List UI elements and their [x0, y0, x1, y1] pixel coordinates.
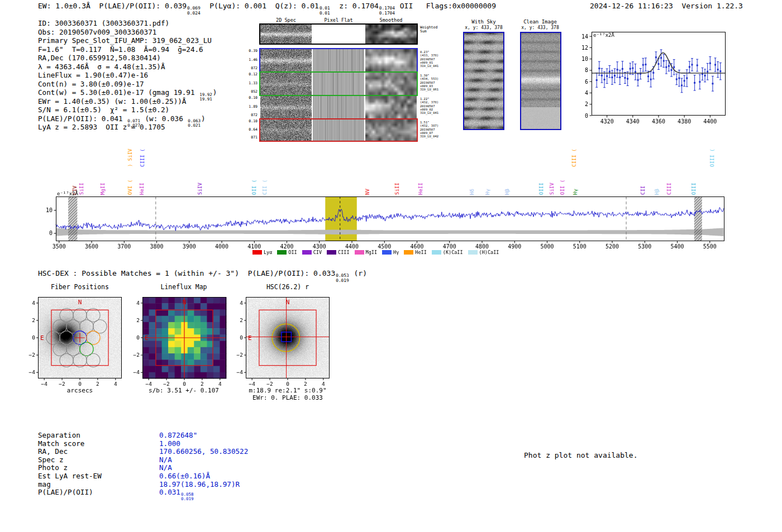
text-segment: (w: 0.036 [141, 114, 187, 123]
report-datetime-version: 2024-12-26 11:16:23 Version 1.22.3 [590, 2, 743, 10]
stacked-uncertainty: 0.0630.021 [188, 119, 201, 128]
legend-swatch [327, 250, 336, 255]
with-sky-image [463, 32, 504, 130]
match-field-value: 1.000 [159, 439, 180, 448]
stacked-uncertainty: 0.17040.1704 [379, 6, 395, 16]
emission-line-label: OIII ( [709, 148, 715, 167]
spec2d-row [259, 23, 418, 45]
match-field-label: mag [38, 480, 159, 488]
line-fit-plot [573, 25, 732, 128]
legend-item: (K)CaII [432, 250, 463, 255]
pixel-flat-image [313, 49, 364, 71]
text-segment: Cont(n) = 3.80(±0.09)e-17 [38, 80, 144, 88]
stat-value: 0.39 [249, 49, 258, 53]
stat-value: 1.46 [249, 58, 258, 62]
clean-image-coords: x, y: 433, 378 [521, 25, 559, 30]
stat-value: 072 [251, 113, 258, 117]
legend-item: OII [277, 250, 297, 255]
spec2d-row-stats: 0.391.46072 [244, 49, 258, 70]
pixel-flat-image [313, 25, 364, 44]
spec2d-row [259, 118, 418, 142]
clean-image-title: Clean Image [523, 19, 557, 25]
match-table-row: Match score1.000 [38, 439, 248, 448]
lineflux-map-title: Lineflux Map [160, 283, 207, 291]
spec2d-image [260, 49, 312, 71]
legend-label: MgII [366, 250, 377, 255]
match-field-label: Separation [38, 431, 159, 439]
text-segment: ID: 3003360371 (3003360371.pdf) [38, 19, 169, 27]
stat-value: 0.10 [249, 119, 258, 123]
legend-label: (H)CaII [479, 250, 499, 255]
legend-item: Lyα [252, 250, 272, 255]
legend-swatch [404, 250, 413, 255]
match-field-value: N/A [159, 463, 172, 472]
stat-value: 052 [251, 90, 258, 94]
text-segment: S/N = 6.1(±0.5) χ² = 1.5(±0.2) [38, 106, 169, 114]
text-segment: λ = 4363.46Å σ = 4.48(±1.35)Å [38, 63, 165, 71]
hsc-cutout-plot [225, 293, 336, 393]
smoothed-image [365, 73, 417, 95]
legend-swatch [277, 250, 287, 255]
lineflux-map-plot [121, 293, 233, 393]
legend-swatch [468, 250, 478, 255]
spec2d-row-stats: 0.100.64071 [244, 119, 258, 140]
match-field-value: 170.660256, 50.830522 [159, 447, 248, 456]
stacked-uncertainty: 0.0580.019 [181, 492, 194, 501]
spec2d-image [260, 25, 312, 44]
match-table-row: Separation0.872648" [38, 431, 248, 439]
stacked-uncertainty: 0.0530.019 [336, 274, 349, 283]
hsc-caption-1: m:18.9 re:2.1" s:0.9" [249, 387, 326, 394]
clean-image [520, 32, 561, 130]
text-segment: ) [201, 114, 206, 123]
info-line: S/N = 6.1(±0.5) χ² = 1.5(±0.2) [38, 106, 217, 114]
with-sky-title: With Sky [471, 19, 495, 25]
legend-label: HeII [415, 250, 426, 255]
emission-line-label: ) SiIV [127, 148, 133, 167]
emission-line-label: CIII ( [571, 148, 577, 167]
stat-value: 1.89 [249, 105, 258, 109]
legend-item: HeII [404, 250, 426, 255]
with-sky-coords: x, y: 433, 378 [465, 25, 502, 30]
text-segment: Primary Spec_Slot_IFU_AMP: 319_062_023_L… [38, 36, 212, 45]
info-line: EWr = 1.40(±0.35) (w: 1.00(±0.25))Å [38, 97, 217, 106]
text-segment: F=1.6" T=0.117 N̄=1.08 Ā=0.94 ḡ=24.6 [38, 45, 203, 54]
stat-value: 0.64 [249, 128, 258, 132]
info-line: LineFlux = 1.90(±0.47)e-16 [38, 71, 217, 80]
report-datetime: 2024-12-26 11:16:23 [590, 2, 673, 10]
hsc-cutout-title: HSC(26.2) r [266, 283, 309, 291]
spectrum-legend: LyαOIICIVCIIIMgIIHγHeII(K)CaII(H)CaII [252, 250, 499, 255]
smoothed-image [365, 49, 417, 71]
spec2d-row-annotation: 1.22" (432, 378) 20190507 v009_02 319_LU… [420, 97, 438, 114]
spec2d-row-stats: 0.121.33052 [244, 73, 258, 94]
pixel-flat-image [313, 73, 364, 95]
spec2d-row-annotation: 1.51" (432, 387) 20190507 v009_07 319_LU… [420, 121, 438, 138]
full-spectrum-plot [34, 190, 732, 256]
fiber-positions-title: Fiber Positions [51, 283, 109, 291]
match-table-row: P(LAE)/P(OII)0.0310.0580.019 [38, 488, 248, 496]
stat-value: 071 [251, 136, 258, 140]
legend-swatch [355, 250, 364, 255]
stacked-uncertainty: 19.9219.91 [199, 93, 212, 102]
match-field-value: 0.66(±0.16)Å [159, 472, 210, 480]
hsc-caption-2: EWr: 0. PLAE: 0.033 [252, 394, 323, 401]
pixel-flat-image [313, 96, 364, 118]
match-field-label: Photo z [38, 463, 159, 472]
match-field-label: P(LAE)/P(OII) [38, 488, 159, 496]
legend-item: MgII [355, 250, 377, 255]
summary-header: EW: 1.0±0.3Å P(LAE)/P(OII): 0.0390.0690.… [38, 2, 496, 16]
col-header-pixelflat: Pixel Flat [324, 17, 352, 23]
info-line: ID: 3003360371 (3003360371.pdf) [38, 19, 217, 28]
text-segment: ) [213, 88, 217, 97]
text-segment: HSC-DEX : Possible Matches = 1 (within +… [38, 269, 335, 277]
info-line: Cont(w) = 5.30(±0.01)e-17 (gmag 19.91 19… [38, 88, 217, 97]
match-table-row: mag18.97(18.96,18.97)R [38, 480, 248, 488]
text-segment: LineFlux = 1.90(±0.47)e-16 [38, 71, 148, 79]
text-segment: (r) [350, 269, 367, 277]
smoothed-image [365, 25, 417, 44]
stacked-uncertainty: 0.0690.024 [187, 6, 200, 16]
match-table-row: Spec zN/A [38, 456, 248, 464]
text-segment: P(LAE)/P(OII): 0.041 [38, 114, 127, 123]
fiber-xlabel: arcsecs [67, 387, 93, 394]
text-segment: z: 0.1704 [331, 2, 379, 10]
legend-item: CIII [327, 250, 349, 255]
